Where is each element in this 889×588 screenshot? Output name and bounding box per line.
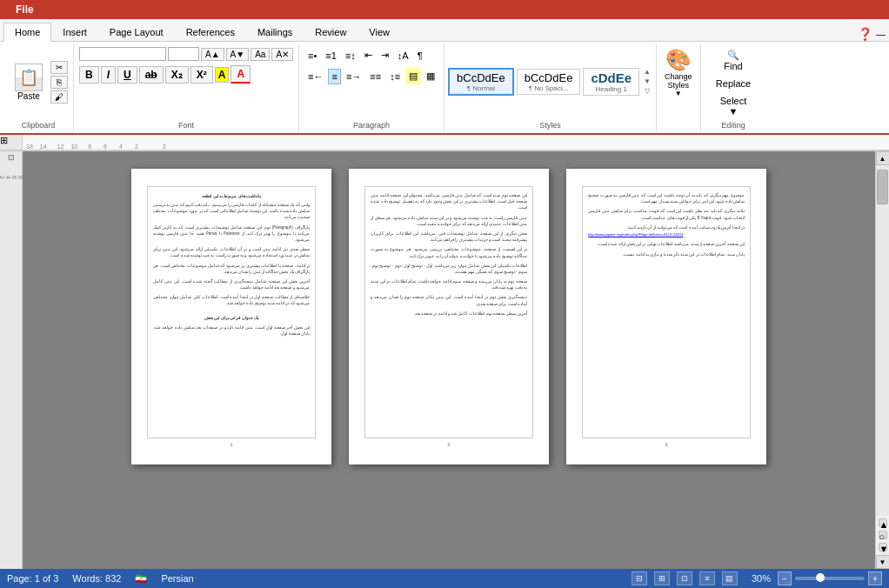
tab-references[interactable]: References <box>175 23 246 41</box>
print-layout-button[interactable]: ⊟ <box>632 571 647 585</box>
strikethrough-button[interactable]: ab <box>139 66 164 84</box>
page-1[interactable]: یادداشت‌های مربوط به این قطعه وقتی که یک… <box>131 169 331 464</box>
ruler-corner[interactable]: ⊞ <box>0 135 23 150</box>
subscript-button[interactable]: X₂ <box>165 66 189 84</box>
page-2-border: این صفحه دوم سند است که شامل متن فارسی م… <box>364 186 533 438</box>
ribbon-tabs: Home Insert Page Layout References Maili… <box>0 19 889 42</box>
border-button[interactable]: ▦ <box>423 68 438 84</box>
align-left-button[interactable]: ≡← <box>304 69 326 84</box>
font-grow-button[interactable]: A▲ <box>201 48 224 61</box>
ruler-mark: 4 <box>119 144 123 150</box>
italic-button[interactable]: I <box>101 66 116 84</box>
sort-button[interactable]: ↕A <box>394 48 412 63</box>
font-clear-button[interactable]: A✕ <box>271 48 293 61</box>
select-arrow: ▼ <box>729 106 739 117</box>
page-3[interactable]: موضوع مهم دیگری که باید به آن توجه داشت … <box>566 169 766 464</box>
document-area[interactable]: یادداشت‌های مربوط به این قطعه وقتی که یک… <box>23 151 875 569</box>
web-layout-button[interactable]: ⊡ <box>677 571 692 585</box>
change-styles-button[interactable]: 🎨 ChangeStyles ▼ <box>657 43 700 102</box>
prev-page-button[interactable]: ▲ <box>879 518 887 527</box>
title-bar: File <box>0 0 889 19</box>
multilevel-button[interactable]: ≡↕ <box>342 48 359 63</box>
sidebar-toggle[interactable]: ⊡ <box>3 153 20 167</box>
line-spacing-button[interactable]: ↕≡ <box>386 69 404 84</box>
draft-button[interactable]: ▤ <box>722 571 738 585</box>
tab-mailings[interactable]: Mailings <box>246 23 304 41</box>
shading-button[interactable]: ▤ <box>405 68 421 84</box>
bullets-button[interactable]: ≡• <box>304 48 320 63</box>
underline-button[interactable]: U <box>117 66 137 84</box>
ruler-marks: 18 14 12 10 8 6 4 2 2 <box>23 135 889 150</box>
text-highlight-button[interactable]: A <box>215 67 230 83</box>
next-page-button[interactable]: ▼ <box>879 543 887 551</box>
style-heading1[interactable]: cDdEe Heading 1 <box>583 68 639 96</box>
find-icon: 🔍 <box>727 50 739 61</box>
ruler-horizontal: 18 14 12 10 8 6 4 2 2 <box>23 135 889 150</box>
cut-button[interactable]: ✂ <box>50 61 68 74</box>
scroll-track[interactable] <box>876 165 889 515</box>
tab-home[interactable]: Home <box>3 23 51 42</box>
status-bar: Page: 1 of 3 Words: 832 🇮🇷 Persian ⊟ ⊞ ⊡… <box>0 569 889 588</box>
font-shrink-button[interactable]: A▼ <box>226 48 250 61</box>
numbering-button[interactable]: ≡1 <box>322 48 340 63</box>
scroll-up-button[interactable]: ▲ <box>876 151 890 165</box>
tab-page-layout[interactable]: Page Layout <box>98 23 175 41</box>
superscript-button[interactable]: X² <box>190 66 213 84</box>
justify-button[interactable]: ≡≡ <box>366 69 384 84</box>
page-info[interactable]: Page: 1 of 3 <box>7 573 58 584</box>
font-name-input[interactable]: B Yaqut <box>79 47 166 61</box>
zoom-in-button[interactable]: + <box>868 571 882 585</box>
bold-button[interactable]: B <box>79 66 99 84</box>
clipboard-group: 📋 Paste ✂ ⎘ 🖌 Clipboard <box>3 43 74 131</box>
page-1-text: یادداشت‌های مربوط به این قطعه وقتی که یک… <box>153 192 310 337</box>
zoom-control: − + <box>778 571 882 585</box>
styles-scroll-down[interactable]: ▼ <box>644 77 651 85</box>
align-center-button[interactable]: ≡ <box>328 69 340 84</box>
tab-review[interactable]: Review <box>304 23 358 41</box>
tab-view[interactable]: View <box>358 23 401 41</box>
word-count[interactable]: Words: 832 <box>72 573 121 584</box>
increase-indent-button[interactable]: ⇥ <box>378 47 392 63</box>
align-row: ≡← ≡ ≡→ ≡≡ ↕≡ ▤ ▦ <box>304 68 438 84</box>
ruler-mark: 12 <box>57 144 64 150</box>
ruler-mark: 8 <box>88 144 91 150</box>
style-heading1-label: Heading 1 <box>595 85 626 93</box>
styles-expand[interactable]: ▽ <box>644 87 651 95</box>
select-browse-button[interactable]: ○ <box>879 531 887 539</box>
decrease-indent-button[interactable]: ⇤ <box>361 47 376 63</box>
language[interactable]: Persian <box>161 573 193 584</box>
show-marks-button[interactable]: ¶ <box>414 48 426 63</box>
clear-formatting-button[interactable]: Aa <box>251 48 270 61</box>
font-size-input[interactable]: 16 <box>168 47 199 61</box>
full-reading-button[interactable]: ⊞ <box>654 571 670 585</box>
style-no-spacing-label: ¶ No Spaci... <box>529 84 569 92</box>
scroll-thumb[interactable] <box>877 170 888 204</box>
content-wrapper: ⊡ 14 12 10 8 6 4 2 0 2 4 6 8 10 12 16 18… <box>0 151 889 569</box>
zoom-thumb[interactable] <box>816 573 825 582</box>
paste-label: Paste <box>17 91 40 101</box>
format-painter-button[interactable]: 🖌 <box>50 90 68 104</box>
ruler-mark: 2 <box>135 144 138 150</box>
page-2[interactable]: این صفحه دوم سند است که شامل متن فارسی م… <box>349 169 549 464</box>
find-button[interactable]: 🔍 Find <box>710 47 757 74</box>
select-button[interactable]: Select ▼ <box>710 93 757 119</box>
page-2-text: این صفحه دوم سند است که شامل متن فارسی م… <box>371 192 527 317</box>
file-menu-btn[interactable]: File <box>7 1 43 18</box>
help-icon[interactable]: ❓ <box>858 27 872 41</box>
copy-button[interactable]: ⎘ <box>50 76 68 89</box>
paste-button[interactable]: 📋 Paste <box>9 59 49 105</box>
scroll-down-button[interactable]: ▼ <box>876 555 890 569</box>
tab-insert[interactable]: Insert <box>51 23 98 41</box>
align-right-button[interactable]: ≡→ <box>343 69 364 84</box>
ruler-mark: 2 <box>163 144 166 150</box>
outline-button[interactable]: ≡ <box>699 571 715 585</box>
replace-button[interactable]: Replace <box>710 76 757 91</box>
styles-scroll-up[interactable]: ▲ <box>644 68 651 76</box>
style-no-spacing[interactable]: bCcDdEe ¶ No Spaci... <box>517 69 581 95</box>
font-color-button[interactable]: A <box>231 65 251 84</box>
style-normal[interactable]: bCcDdEe ¶ Normal <box>448 68 514 96</box>
zoom-slider[interactable] <box>795 577 865 580</box>
zoom-out-button[interactable]: − <box>778 571 792 585</box>
minimize-icon[interactable]: — <box>876 29 886 39</box>
change-styles-label: ChangeStyles <box>665 72 692 90</box>
